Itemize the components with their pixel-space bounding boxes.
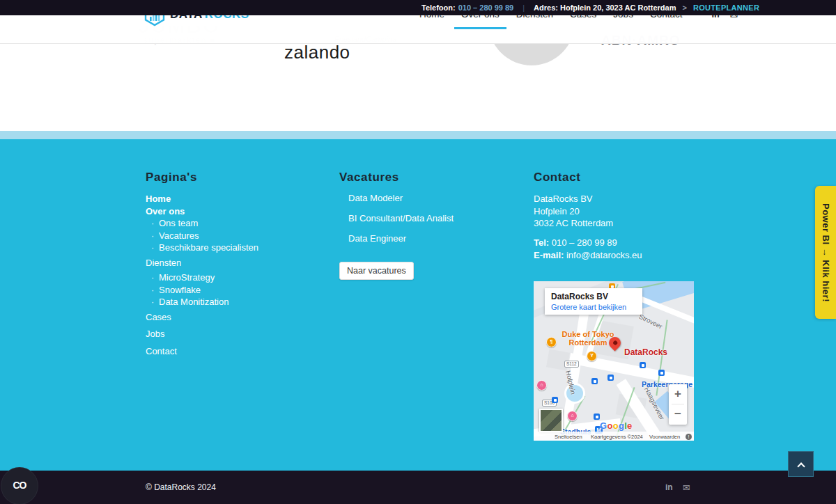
map-data-attribution: Kaartgegevens ©2024	[591, 434, 643, 440]
vacancy-data-modeler[interactable]: Data Modeler	[348, 193, 527, 203]
vacancies-title: Vacatures	[339, 171, 527, 184]
footer-link-data-monitization[interactable]: Data Monitization	[146, 296, 334, 308]
address-text: Adres: Hofplein 20, 3023 AC Rotterdam	[534, 3, 676, 12]
power-bi-side-tab[interactable]: Power BI → Klik hier!	[815, 186, 836, 319]
transit-icon[interactable]	[594, 414, 600, 420]
google-map[interactable]: S112 S100 Stroveer Hofplein Haagseveer P…	[534, 281, 694, 441]
contact-phone-link[interactable]: 010 – 280 99 89	[552, 237, 617, 248]
footer-link-contact[interactable]: Contact	[146, 345, 334, 358]
naar-vacatures-button[interactable]: Naar vacatures	[339, 262, 414, 280]
scroll-to-top-button[interactable]	[788, 451, 814, 477]
topbar-divider: |	[522, 3, 525, 12]
vacancy-data-engineer[interactable]: Data Engineer	[348, 233, 527, 244]
footer-link-microstrategy[interactable]: MicroStrategy	[146, 271, 334, 284]
mail-icon[interactable]: ✉	[683, 482, 690, 493]
bar-poi-icon[interactable]: Y	[587, 351, 597, 361]
map-terms-link[interactable]: Voorwaarden	[649, 434, 680, 440]
zalando-logo: zalando	[284, 42, 350, 63]
divider-band	[0, 131, 836, 139]
pages-title: Pagina's	[146, 171, 334, 184]
footer-link-over-ons[interactable]: Over ons	[146, 205, 334, 218]
restaurant-poi-icon[interactable]: ¶	[546, 337, 557, 347]
marker-label-datarocks: DataRocks	[624, 347, 667, 357]
cookie-consent-button[interactable]: CO	[1, 468, 38, 504]
zoom-out-button[interactable]: −	[669, 404, 687, 424]
map-card-title: DataRocks BV	[551, 292, 636, 301]
pages-list: Home Over ons Ons team Vacatures Beschik…	[146, 193, 334, 357]
map-attribution-bar: Sneltoetsen Kaartgegevens ©2024 Voorwaar…	[534, 432, 694, 441]
chevron-up-icon	[797, 462, 805, 470]
vacancy-bi-consultant[interactable]: BI Consultant/Data Analist	[348, 213, 527, 223]
map-report-icon[interactable]: !	[686, 434, 692, 440]
contact-email-row: E-mail: info@datarocks.eu	[534, 249, 715, 262]
footer-link-jobs[interactable]: Jobs	[146, 328, 334, 340]
transit-icon[interactable]	[658, 370, 665, 376]
vacancies-list: Data Modeler BI Consultant/Data Analist …	[339, 193, 527, 244]
linkedin-icon[interactable]: in	[665, 482, 673, 492]
map-card-link[interactable]: Grotere kaart bekijken	[551, 303, 636, 311]
hotel-poi-icon[interactable]: ⌂	[567, 411, 578, 421]
footer-pages-column: Pagina's Home Over ons Ons team Vacature…	[146, 171, 334, 357]
transit-icon[interactable]	[640, 362, 646, 368]
zoom-in-button[interactable]: +	[669, 384, 687, 404]
chevron-right-icon: >	[682, 3, 686, 12]
phone-number-link[interactable]: 010 – 280 99 89	[458, 3, 514, 12]
footer-link-beschikbare-specialisten[interactable]: Beschikbare specialisten	[146, 242, 334, 254]
footer-link-home[interactable]: Home	[146, 193, 334, 205]
top-info-bar: Telefoon: 010 – 280 99 89 | Adres: Hofpl…	[0, 0, 836, 15]
contact-company: DataRocks BV	[534, 193, 715, 205]
route-badge-s112: S112	[564, 361, 579, 368]
google-logo[interactable]: Google	[600, 420, 633, 431]
footer-link-vacatures[interactable]: Vacatures	[146, 230, 334, 242]
contact-city: 3032 AC Rotterdam	[534, 217, 715, 230]
footer-link-cases[interactable]: Cases	[146, 311, 334, 324]
map-zoom-controls: + −	[669, 384, 687, 425]
map-shortcuts-link[interactable]: Sneltoetsen	[555, 434, 582, 440]
footer-link-diensten[interactable]: Diensten	[146, 257, 334, 269]
footer-vacancies-column: Vacatures Data Modeler BI Consultant/Dat…	[339, 171, 527, 253]
transit-icon[interactable]	[552, 397, 558, 403]
map-info-card: DataRocks BV Grotere kaart bekijken	[545, 288, 642, 315]
contact-email-link[interactable]: info@datarocks.eu	[566, 250, 642, 260]
footer-link-snowflake[interactable]: Snowflake	[146, 284, 334, 297]
bottom-bar: © DataRocks 2024 in ✉	[0, 471, 836, 504]
page: Telefoon: 010 – 280 99 89 | Adres: Hofpl…	[0, 0, 836, 504]
contact-phone-row: Tel: 010 – 280 99 89	[534, 237, 715, 249]
satellite-toggle[interactable]	[539, 409, 563, 432]
phone-label: Telefoon:	[421, 3, 456, 12]
copyright-text: © DataRocks 2024	[146, 471, 216, 504]
contact-street: Hofplein 20	[534, 205, 715, 218]
footer-contact-column: Contact DataRocks BV Hofplein 20 3032 AC…	[534, 171, 715, 262]
transit-icon[interactable]	[591, 378, 598, 384]
contact-title: Contact	[534, 171, 715, 184]
footer-link-ons-team[interactable]: Ons team	[146, 217, 334, 230]
bottom-social-icons: in ✉	[665, 471, 690, 504]
routeplanner-link[interactable]: ROUTEPLANNER	[693, 3, 759, 12]
street-label-stroveer: Stroveer	[637, 313, 663, 331]
hotel-poi-icon[interactable]: ⌂	[536, 380, 547, 391]
transit-icon[interactable]	[607, 375, 614, 381]
